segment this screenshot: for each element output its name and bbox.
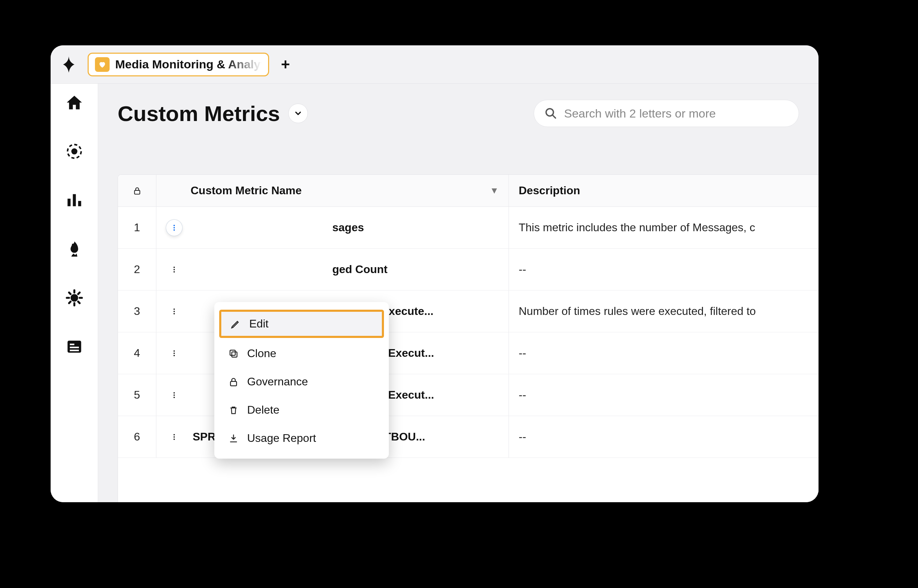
svg-rect-4 <box>78 201 81 206</box>
metric-description: -- <box>509 374 819 416</box>
metric-description: Number of times rules were executed, fil… <box>509 291 819 332</box>
svg-rect-2 <box>67 199 71 207</box>
more-vertical-icon <box>170 391 178 399</box>
page-title: Custom Metrics <box>118 101 280 126</box>
row-index: 3 <box>118 291 156 332</box>
trash-icon <box>228 405 239 415</box>
svg-point-21 <box>173 313 175 314</box>
metric-description: -- <box>509 249 819 290</box>
add-tab-button[interactable]: + <box>278 56 293 73</box>
svg-point-5 <box>71 294 78 302</box>
row-actions-button[interactable] <box>166 262 182 278</box>
globe-dashed-icon[interactable] <box>65 142 83 160</box>
svg-point-22 <box>173 350 175 352</box>
svg-point-24 <box>173 355 175 356</box>
row-actions-button[interactable] <box>166 387 182 403</box>
row-actions-button[interactable] <box>166 220 182 236</box>
heart-icon <box>95 57 110 72</box>
sprinklr-logo-icon <box>59 55 79 74</box>
table-header: Custom Metric Name ▼ Description <box>118 175 819 207</box>
row-index: 2 <box>118 249 156 290</box>
more-vertical-icon <box>170 349 178 357</box>
metric-description: -- <box>509 332 819 374</box>
svg-point-28 <box>173 434 175 435</box>
search-input[interactable] <box>564 107 788 120</box>
flame-icon[interactable] <box>65 240 83 258</box>
svg-point-23 <box>173 352 175 354</box>
more-vertical-icon <box>170 308 178 315</box>
search-box[interactable] <box>534 100 799 127</box>
metric-name[interactable]: ged Count <box>332 263 387 276</box>
content-area: Custom Metrics <box>98 84 819 502</box>
row-actions-button[interactable] <box>166 304 182 320</box>
pencil-icon <box>230 319 241 329</box>
svg-rect-9 <box>70 350 79 351</box>
row-actions-button[interactable] <box>166 429 182 445</box>
svg-rect-12 <box>134 190 139 194</box>
row-index: 5 <box>118 374 156 416</box>
chevron-down-icon <box>293 109 303 118</box>
menu-item-usage-report[interactable]: Usage Report <box>214 424 389 452</box>
svg-rect-32 <box>230 350 235 355</box>
more-vertical-icon <box>170 224 178 232</box>
title-dropdown-button[interactable] <box>288 103 308 123</box>
svg-rect-7 <box>70 344 74 345</box>
svg-point-16 <box>173 267 175 268</box>
svg-rect-3 <box>73 194 76 207</box>
svg-point-30 <box>173 438 175 440</box>
svg-point-15 <box>173 229 175 231</box>
svg-point-26 <box>173 394 175 396</box>
svg-point-27 <box>173 397 175 398</box>
top-bar: Media Monitoring & Analytics + <box>50 45 819 84</box>
table-row: 2 ged Count -- <box>118 249 819 291</box>
name-column-header[interactable]: Custom Metric Name ▼ <box>156 175 509 207</box>
svg-rect-31 <box>232 352 237 357</box>
svg-point-20 <box>173 310 175 312</box>
svg-point-29 <box>173 436 175 437</box>
list-card-icon[interactable] <box>65 338 83 356</box>
metric-description: This metric includes the number of Messa… <box>509 207 819 248</box>
svg-rect-33 <box>230 381 236 386</box>
home-icon[interactable] <box>65 94 83 111</box>
metric-description: -- <box>509 416 819 457</box>
row-index: 1 <box>118 207 156 248</box>
more-vertical-icon <box>170 433 178 441</box>
menu-item-edit[interactable]: Edit <box>219 310 384 338</box>
metrics-table: Custom Metric Name ▼ Description 1 <box>118 174 819 502</box>
lock-column-header <box>118 175 156 207</box>
sort-caret-icon: ▼ <box>490 185 499 196</box>
row-index: 4 <box>118 332 156 374</box>
svg-point-1 <box>71 148 77 154</box>
menu-item-clone[interactable]: Clone <box>214 339 389 368</box>
row-actions-button[interactable] <box>166 345 182 361</box>
svg-line-11 <box>552 115 556 118</box>
row-context-menu: Edit Clone Governance Delete <box>214 302 389 459</box>
svg-point-25 <box>173 392 175 393</box>
lock-icon <box>133 186 142 195</box>
workspace-tab[interactable]: Media Monitoring & Analytics <box>87 53 269 76</box>
description-column-header[interactable]: Description <box>509 175 819 207</box>
svg-point-14 <box>173 227 175 228</box>
left-nav <box>50 84 98 502</box>
app-window: Media Monitoring & Analytics + Custom Me… <box>50 45 819 502</box>
svg-point-13 <box>173 225 175 226</box>
menu-item-governance[interactable]: Governance <box>214 368 389 396</box>
svg-point-17 <box>173 268 175 270</box>
svg-rect-8 <box>70 347 79 348</box>
more-vertical-icon <box>170 266 178 273</box>
search-icon <box>544 107 557 120</box>
metric-name[interactable]: sages <box>332 221 364 234</box>
clone-icon <box>228 348 239 359</box>
lock-icon <box>228 376 239 387</box>
user-gear-icon[interactable] <box>65 289 83 307</box>
download-report-icon <box>228 433 239 444</box>
bars-icon[interactable] <box>65 191 83 209</box>
workspace-tab-label: Media Monitoring & Analytics <box>115 58 262 71</box>
row-index: 6 <box>118 416 156 457</box>
svg-point-19 <box>173 308 175 310</box>
table-row: 1 sages This metric includes the number … <box>118 207 819 249</box>
menu-item-delete[interactable]: Delete <box>214 396 389 424</box>
svg-point-18 <box>173 271 175 272</box>
